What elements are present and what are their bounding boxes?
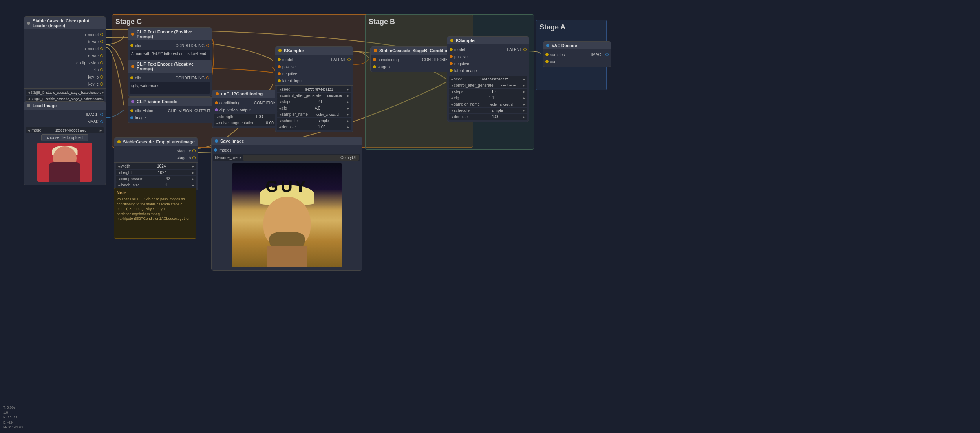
ksampler-b-node: KSampler model LATENT positive negative … bbox=[447, 36, 529, 122]
clip-neg-body: clip CONDITIONING ugly, watermark bbox=[128, 73, 212, 96]
port-c_clip_vision[interactable] bbox=[100, 61, 103, 64]
checkpoint-dot bbox=[27, 22, 30, 25]
generated-image-container: GUY bbox=[232, 163, 342, 267]
field-steps-kc: ◄ steps 20 ► bbox=[277, 99, 351, 105]
output-c_model: c_model bbox=[24, 45, 106, 52]
port-cond-sbc-in[interactable] bbox=[373, 58, 376, 61]
port-clip-in-neg[interactable] bbox=[130, 76, 133, 79]
input-pos-kc: positive bbox=[275, 63, 353, 70]
ksampler-c-title: KSampler bbox=[275, 47, 353, 55]
clip-pos-dot bbox=[131, 33, 134, 36]
input-pos-kb: positive bbox=[447, 53, 529, 60]
port-key_c[interactable] bbox=[100, 82, 103, 86]
input-latent-kc: latent_input bbox=[275, 77, 353, 84]
field-sampler-kc: ◄ sampler_name euler_ancestral ► bbox=[277, 111, 351, 117]
input-model-kb: model LATENT bbox=[447, 46, 529, 53]
empty-latent-node: StableCascade_EmptyLatentImage stage_c s… bbox=[114, 137, 198, 190]
clip-neg-title: CLIP Text Encode (Negative Prompt) bbox=[128, 60, 212, 73]
port-vae-vd-in[interactable] bbox=[545, 60, 549, 63]
field-seed-kc: ◄ seed 847704574478121 ► bbox=[277, 86, 351, 92]
output-clip: clip bbox=[24, 66, 106, 73]
field-cfg-kb: ◄ cfg 1.1 ► bbox=[449, 95, 527, 101]
stageb-cond-title: StableCascade_StageB_Conditioning bbox=[371, 47, 458, 55]
stageb-cond-body: conditioning CONDITIONING stage_c bbox=[371, 55, 458, 72]
port-b_vae[interactable] bbox=[100, 40, 103, 43]
field-width-el: ◄ width 1024 ► bbox=[116, 163, 196, 169]
ksampler-c-dot bbox=[278, 49, 282, 52]
port-latent-kc-in[interactable] bbox=[278, 79, 281, 82]
port-stage_c-el-out[interactable] bbox=[192, 149, 196, 152]
port-samples-vd-in[interactable] bbox=[545, 53, 549, 56]
port-pos-kc-in[interactable] bbox=[278, 65, 281, 68]
port-model-kb-in[interactable] bbox=[450, 48, 453, 51]
port-c_vae[interactable] bbox=[100, 54, 103, 57]
port-key_b[interactable] bbox=[100, 75, 103, 79]
output-stage_b-el: stage_b bbox=[114, 154, 198, 161]
output-IMAGE: IMAGE bbox=[24, 111, 106, 118]
port-latent-kc-out[interactable] bbox=[347, 58, 351, 61]
port-mask-out[interactable] bbox=[100, 120, 103, 123]
port-latent-kb-out[interactable] bbox=[523, 48, 527, 51]
port-neg-kb-in[interactable] bbox=[450, 62, 453, 65]
port-images-si-in[interactable] bbox=[214, 148, 217, 152]
person-body bbox=[49, 162, 80, 182]
port-neg-kc-in[interactable] bbox=[278, 72, 281, 75]
clip-vision-node: CLIP Vision Encode clip_vision CLIP_VISI… bbox=[128, 97, 218, 123]
input-samples-vd: samples IMAGE bbox=[543, 51, 611, 58]
field-scheduler-kc: ◄ scheduler simple ► bbox=[277, 118, 351, 124]
output-MASK: MASK bbox=[24, 118, 106, 125]
stageb-cond-dot bbox=[374, 49, 377, 52]
vae-decode-dot bbox=[546, 44, 549, 47]
port-clip[interactable] bbox=[100, 68, 103, 71]
port-model-kc-in[interactable] bbox=[278, 58, 281, 61]
port-c_model[interactable] bbox=[100, 47, 103, 50]
input-image-cv: image bbox=[128, 114, 218, 121]
ksampler-c-body: model LATENT positive negative latent_in… bbox=[275, 55, 353, 132]
port-image-vd-out[interactable] bbox=[605, 53, 609, 56]
empty-latent-dot bbox=[117, 140, 121, 143]
port-cond-uc-in[interactable] bbox=[215, 101, 218, 104]
port-stagec-sbc-in[interactable] bbox=[373, 65, 376, 68]
person-silhouette bbox=[37, 143, 92, 182]
port-stage_b-el-out[interactable] bbox=[192, 156, 196, 159]
port-image-out[interactable] bbox=[100, 113, 103, 116]
stageb-cond-node: StableCascade_StageB_Conditioning condit… bbox=[370, 46, 459, 72]
clip-text-neg-node: CLIP Text Encode (Negative Prompt) clip … bbox=[128, 60, 212, 97]
empty-latent-body: stage_c stage_b ◄ width 1024 ► ◄ height … bbox=[114, 146, 198, 190]
clip-vision-body: clip_vision CLIP_VISION_OUTPUT image bbox=[128, 106, 218, 123]
input-clip-vision: clip_vision CLIP_VISION_OUTPUT bbox=[128, 107, 218, 114]
input-neg-kc: negative bbox=[275, 70, 353, 77]
input-cond-sbc: conditioning CONDITIONING bbox=[371, 56, 458, 63]
port-image-cv-in[interactable] bbox=[130, 116, 133, 119]
clip-vision-title: CLIP Vision Encode bbox=[128, 98, 218, 106]
save-image-node: Save Image images filename_prefix ComfyU… bbox=[211, 137, 362, 271]
input-latent-kb: latent_image bbox=[447, 67, 529, 74]
clip-neg-text[interactable]: ugly, watermark bbox=[130, 82, 210, 94]
port-clip-vision-in[interactable] bbox=[130, 109, 133, 112]
port-b_model[interactable] bbox=[100, 33, 103, 36]
unclip-dot bbox=[216, 92, 219, 95]
port-conditioning-pos[interactable] bbox=[206, 44, 209, 47]
port-clip-in-pos[interactable] bbox=[130, 44, 133, 47]
port-clip-vision-output-in[interactable] bbox=[215, 108, 218, 111]
save-image-dot bbox=[215, 139, 218, 143]
field-denoise-kc: ◄ denoise 1.00 ► bbox=[277, 124, 351, 130]
vae-decode-body: samples IMAGE vae bbox=[543, 49, 611, 67]
field-cag-kb: ◄ control_after_generate randomize ► bbox=[449, 82, 527, 88]
input-stagec-sbc: stage_c bbox=[371, 63, 458, 70]
ksampler-b-body: model LATENT positive negative latent_im… bbox=[447, 44, 529, 122]
checkpoint-loader-title: Stable Cascade Checkpoint Loader (Inspir… bbox=[24, 17, 106, 29]
note-text: You can use CLIP Vision to pass images a… bbox=[117, 197, 194, 221]
port-latent-kb-in[interactable] bbox=[450, 69, 453, 72]
generated-image-preview: GUY bbox=[212, 162, 362, 269]
choose-file-button[interactable]: choose file to upload bbox=[41, 134, 88, 141]
save-image-body: images filename_prefix ComfyUI GUY bbox=[212, 145, 362, 270]
note-title: Note bbox=[117, 190, 194, 195]
field-denoise-kb: ◄ denoise 1.00 ► bbox=[449, 114, 527, 120]
field-sampler-kb: ◄ sampler_name euler_ancestral ► bbox=[449, 101, 527, 107]
port-pos-kb-in[interactable] bbox=[450, 55, 453, 58]
field-cag-kc: ◄ control_after_generate randomize ► bbox=[277, 93, 351, 99]
input-clip-neg: clip CONDITIONING bbox=[128, 74, 212, 81]
field-image-file: ◄ image 1531174403377.jpeg ► bbox=[26, 127, 104, 133]
port-conditioning-neg[interactable] bbox=[206, 76, 209, 79]
